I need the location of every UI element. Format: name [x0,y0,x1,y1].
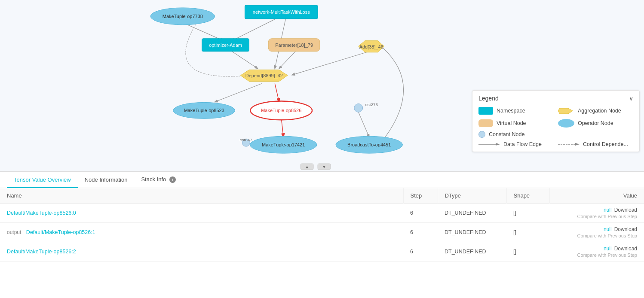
cell-shape-2: [] [506,242,549,262]
svg-text:▼: ▼ [322,164,326,169]
download-button-1[interactable]: Download [614,226,637,232]
compare-link-1[interactable]: Compare with Previous Step [577,233,637,238]
legend-constant-label: Constant Node [489,131,524,137]
cell-value-0: null Download Compare with Previous Step [549,204,644,223]
tab-tensor[interactable]: Tensor Value Overview [7,172,78,188]
dataflow-arrow-icon [478,141,500,147]
svg-text:optimizer-Adam: optimizer-Adam [209,43,242,48]
svg-point-15 [354,103,363,112]
svg-text:Add[38]_46: Add[38]_46 [359,44,383,49]
operator-icon [558,119,574,128]
tensor-table: Name Step DType Shape Value Default/Make… [0,188,644,262]
svg-marker-30 [575,143,580,146]
legend-item-control: Control Depende... [558,141,633,147]
tab-node[interactable]: Node Information [78,172,135,188]
download-button-0[interactable]: Download [614,207,637,213]
table-row: output Default/MakeTuple-op8526:1 6 DT_U… [0,223,644,242]
download-button-2[interactable]: Download [614,246,637,252]
graph-area: MakeTuple-op7738 network-MultiTaskWithLo… [0,0,644,172]
svg-text:MakeTuple-op8523: MakeTuple-op8523 [184,108,224,113]
table-container: Name Step DType Shape Value Default/Make… [0,188,644,298]
cell-step-0: 6 [403,204,438,223]
cell-value-1: null Download Compare with Previous Step [549,223,644,242]
cell-dtype-2: DT_UNDEFINED [438,242,506,262]
legend-item-namespace: Namespace [478,106,554,116]
null-label-2: null [604,246,612,252]
legend-aggregation-label: Aggregation Node [578,108,621,114]
svg-text:MakeTuple-op8526: MakeTuple-op8526 [261,108,301,113]
cell-dtype-0: DT_UNDEFINED [438,204,506,223]
legend-header: Legend ∨ [478,95,633,102]
legend-operator-label: Operator Node [578,120,613,126]
col-name: Name [0,188,403,204]
legend-control-label: Control Depende... [583,141,628,147]
link-name-1[interactable]: Default/MakeTuple-op8526:1 [26,229,95,235]
col-value: Value [549,188,644,204]
null-label-0: null [604,207,612,213]
constant-icon [478,131,485,138]
cell-value-2: null Download Compare with Previous Step [549,242,644,262]
tabs-bar: Tensor Value Overview Node Information S… [0,172,644,188]
svg-text:BroadcastTo-op4451: BroadcastTo-op4451 [347,142,391,147]
svg-text:cst647: cst647 [239,137,252,142]
link-name-2[interactable]: Default/MakeTuple-op8526:2 [7,249,76,255]
table-row: Default/MakeTuple-op8526:2 6 DT_UNDEFINE… [0,242,644,262]
virtual-icon [478,119,493,127]
legend-dataflow-label: Data Flow Edge [503,141,542,147]
tab-stack[interactable]: Stack Info i [134,172,182,188]
cell-step-2: 6 [403,242,438,262]
namespace-icon [478,107,493,115]
col-shape: Shape [506,188,549,204]
row-label-1: output [7,229,21,235]
svg-text:Parameter[18]_79: Parameter[18]_79 [275,43,313,48]
col-dtype: DType [438,188,506,204]
svg-text:MakeTuple-op7738: MakeTuple-op7738 [163,14,203,19]
cell-name-2: Default/MakeTuple-op8526:2 [0,242,403,262]
legend-namespace-label: Namespace [497,108,525,114]
svg-marker-28 [496,143,500,146]
legend-item-aggregation: Aggregation Node [558,106,633,116]
stack-info-icon[interactable]: i [169,176,176,183]
svg-text:network-MultiTaskWithLoss: network-MultiTaskWithLoss [253,9,310,15]
cell-dtype-1: DT_UNDEFINED [438,223,506,242]
null-label-1: null [604,226,612,232]
legend-panel: Legend ∨ Namespace Aggregation Node Virt… [472,90,640,152]
compare-link-2[interactable]: Compare with Previous Step [577,252,637,258]
legend-item-virtual: Virtual Node [478,119,554,128]
svg-text:Depend[8899]_42: Depend[8899]_42 [245,73,283,78]
bottom-panel: Tensor Value Overview Node Information S… [0,172,644,298]
legend-chevron[interactable]: ∨ [629,95,633,102]
cell-step-1: 6 [403,223,438,242]
link-name-0[interactable]: Default/MakeTuple-op8526:0 [7,210,76,216]
cell-name-0: Default/MakeTuple-op8526:0 [0,204,403,223]
aggregation-icon [558,106,574,116]
table-row: Default/MakeTuple-op8526:0 6 DT_UNDEFINE… [0,204,644,223]
legend-virtual-label: Virtual Node [497,120,526,126]
cell-shape-1: [] [506,223,549,242]
col-step: Step [403,188,438,204]
svg-text:▲: ▲ [305,164,309,169]
legend-grid: Namespace Aggregation Node Virtual Node … [478,106,633,147]
compare-link-0[interactable]: Compare with Previous Step [577,214,637,219]
cell-name-1: output Default/MakeTuple-op8526:1 [0,223,403,242]
legend-item-constant: Constant Node [478,131,554,138]
svg-text:MakeTuple-op17421: MakeTuple-op17421 [262,142,305,147]
table-header-row: Name Step DType Shape Value [0,188,644,204]
legend-item-operator: Operator Node [558,119,633,128]
legend-item-dataflow: Data Flow Edge [478,141,554,147]
svg-text:cst275: cst275 [365,102,378,107]
control-arrow-icon [558,141,580,147]
legend-title: Legend [478,95,499,102]
cell-shape-0: [] [506,204,549,223]
